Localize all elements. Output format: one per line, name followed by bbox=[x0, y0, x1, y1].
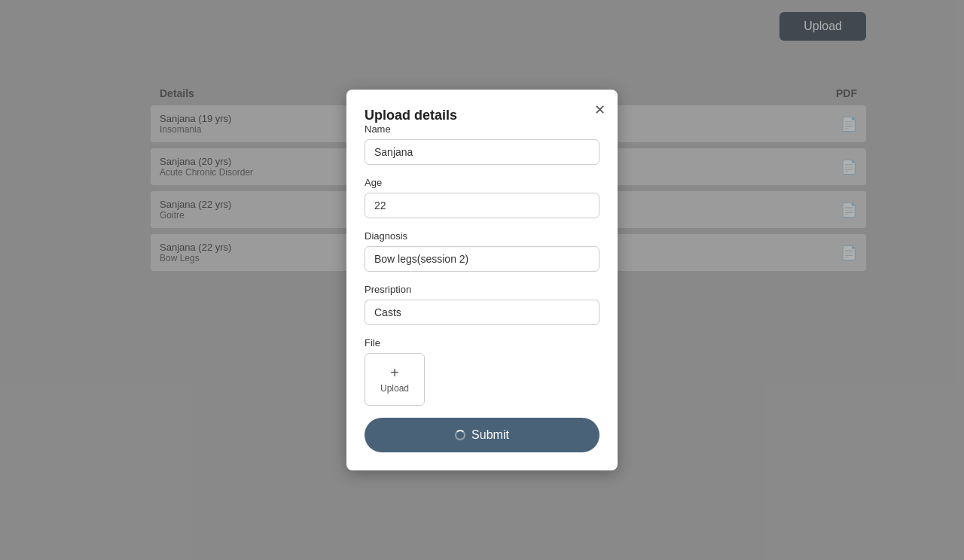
age-input[interactable] bbox=[365, 193, 599, 218]
modal-title: Upload details bbox=[365, 108, 457, 123]
file-upload-text: Upload bbox=[380, 383, 409, 394]
diagnosis-input[interactable] bbox=[365, 246, 599, 272]
submit-button[interactable]: Submit bbox=[365, 418, 599, 452]
file-field-group: File + Upload bbox=[365, 337, 599, 406]
presription-field-group: Presription bbox=[365, 284, 599, 325]
submit-label: Submit bbox=[471, 428, 509, 442]
name-label: Name bbox=[365, 123, 599, 135]
name-field-group: Name bbox=[365, 123, 599, 165]
age-label: Age bbox=[365, 177, 599, 188]
presription-label: Presription bbox=[365, 284, 599, 295]
presription-input[interactable] bbox=[365, 300, 599, 325]
submit-spinner bbox=[455, 430, 465, 440]
name-input[interactable] bbox=[365, 139, 599, 165]
file-label: File bbox=[365, 337, 599, 348]
age-field-group: Age bbox=[365, 177, 599, 218]
upload-details-modal: Upload details ✕ Name Age Diagnosis Pres… bbox=[346, 90, 618, 470]
diagnosis-field-group: Diagnosis bbox=[365, 230, 599, 272]
close-button[interactable]: ✕ bbox=[594, 102, 606, 118]
modal-overlay: Upload details ✕ Name Age Diagnosis Pres… bbox=[0, 0, 964, 560]
file-upload-plus-icon: + bbox=[390, 365, 399, 380]
diagnosis-label: Diagnosis bbox=[365, 230, 599, 242]
file-upload-box[interactable]: + Upload bbox=[365, 353, 425, 406]
